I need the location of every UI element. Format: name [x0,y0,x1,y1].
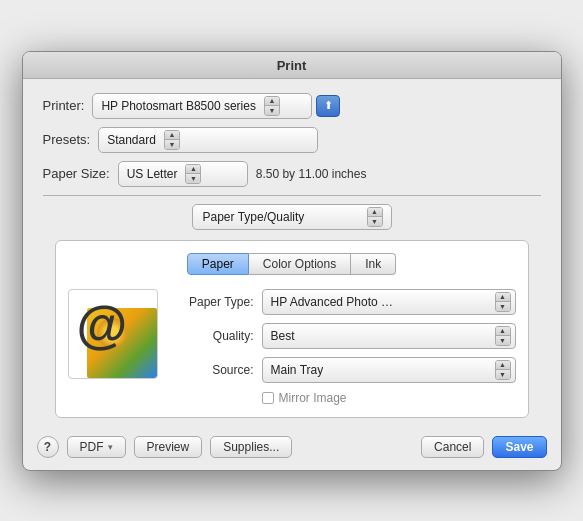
title-bar: Print [23,52,561,79]
tab-color-options[interactable]: Color Options [249,253,351,275]
print-dialog: Print Printer: HP Photosmart B8500 serie… [22,51,562,471]
pdf-button[interactable]: PDF ▾ [67,436,126,458]
presets-stepper-up[interactable]: ▲ [165,131,179,140]
presets-stepper-down[interactable]: ▼ [165,140,179,149]
source-select[interactable]: Main Tray ▲ ▼ [262,357,516,383]
source-label: Source: [174,363,254,377]
paper-type-row: Paper Type: HP Advanced Photo Pa... ▲ ▼ [174,289,516,315]
paper-size-stepper[interactable]: ▲ ▼ [185,164,201,184]
printer-value: HP Photosmart B8500 series [101,99,256,113]
printer-row: Printer: HP Photosmart B8500 series ▲ ▼ … [43,93,541,119]
tab-ink[interactable]: Ink [351,253,396,275]
mirror-image-checkbox[interactable] [262,392,274,404]
source-stepper[interactable]: ▲ ▼ [495,360,511,380]
supplies-button[interactable]: Supplies... [210,436,292,458]
paper-type-stepper[interactable]: ▲ ▼ [495,292,511,312]
content-panel: Paper Color Options Ink @ [55,240,529,418]
panel-stepper[interactable]: ▲ ▼ [367,207,383,227]
paper-size-dimensions: 8.50 by 11.00 inches [256,167,367,181]
quality-value: Best [271,329,295,343]
presets-value: Standard [107,133,156,147]
dialog-title: Print [277,58,307,73]
panel-select-text: Paper Type/Quality [203,210,305,224]
paper-size-stepper-down[interactable]: ▼ [186,174,200,183]
save-button[interactable]: Save [492,436,546,458]
cancel-button[interactable]: Cancel [421,436,484,458]
paper-size-value: US Letter [127,167,178,181]
paper-size-select[interactable]: US Letter ▲ ▼ [118,161,248,187]
quality-label: Quality: [174,329,254,343]
source-row: Source: Main Tray ▲ ▼ [174,357,516,383]
divider [43,195,541,196]
printer-select[interactable]: HP Photosmart B8500 series ▲ ▼ [92,93,312,119]
quality-stepper[interactable]: ▲ ▼ [495,326,511,346]
source-stepper-down[interactable]: ▼ [496,370,510,379]
panel-content: @ Paper Type: HP Advanced Photo Pa... ▲ … [68,289,516,405]
mirror-image-row: Mirror Image [262,391,516,405]
printer-settings-button[interactable]: ⬆ [316,95,340,117]
print-preview-thumbnail: @ [68,289,158,379]
help-button[interactable]: ? [37,436,59,458]
paper-type-value: HP Advanced Photo Pa... [271,295,401,309]
presets-label: Presets: [43,132,91,147]
pdf-label: PDF [80,440,104,454]
quality-row: Quality: Best ▲ ▼ [174,323,516,349]
paper-type-label: Paper Type: [174,295,254,309]
mirror-image-label: Mirror Image [279,391,347,405]
tabs-row: Paper Color Options Ink [68,253,516,275]
panel-stepper-down[interactable]: ▼ [368,217,382,226]
paper-size-row: Paper Size: US Letter ▲ ▼ 8.50 by 11.00 … [43,161,541,187]
arrows-icon: ⬆ [324,99,333,112]
printer-stepper-up[interactable]: ▲ [265,97,279,106]
preview-button[interactable]: Preview [134,436,203,458]
quality-select[interactable]: Best ▲ ▼ [262,323,516,349]
printer-stepper-down[interactable]: ▼ [265,106,279,115]
paper-type-stepper-down[interactable]: ▼ [496,302,510,311]
printer-stepper[interactable]: ▲ ▼ [264,96,280,116]
fields-area: Paper Type: HP Advanced Photo Pa... ▲ ▼ … [174,289,516,405]
quality-stepper-up[interactable]: ▲ [496,327,510,336]
paper-size-label: Paper Size: [43,166,110,181]
at-symbol-icon: @ [77,294,128,354]
paper-type-stepper-up[interactable]: ▲ [496,293,510,302]
source-value: Main Tray [271,363,324,377]
tab-paper[interactable]: Paper [187,253,249,275]
panel-select[interactable]: Paper Type/Quality ▲ ▼ [192,204,392,230]
form-area: Printer: HP Photosmart B8500 series ▲ ▼ … [23,79,561,426]
pdf-arrow-icon: ▾ [108,442,113,452]
presets-select[interactable]: Standard ▲ ▼ [98,127,318,153]
paper-size-stepper-up[interactable]: ▲ [186,165,200,174]
panel-stepper-up[interactable]: ▲ [368,208,382,217]
printer-label: Printer: [43,98,85,113]
presets-row: Presets: Standard ▲ ▼ [43,127,541,153]
quality-stepper-down[interactable]: ▼ [496,336,510,345]
bottom-bar: ? PDF ▾ Preview Supplies... Cancel Save [23,426,561,470]
source-stepper-up[interactable]: ▲ [496,361,510,370]
presets-stepper[interactable]: ▲ ▼ [164,130,180,150]
paper-type-select[interactable]: HP Advanced Photo Pa... ▲ ▼ [262,289,516,315]
panel-selector-row: Paper Type/Quality ▲ ▼ [43,204,541,230]
